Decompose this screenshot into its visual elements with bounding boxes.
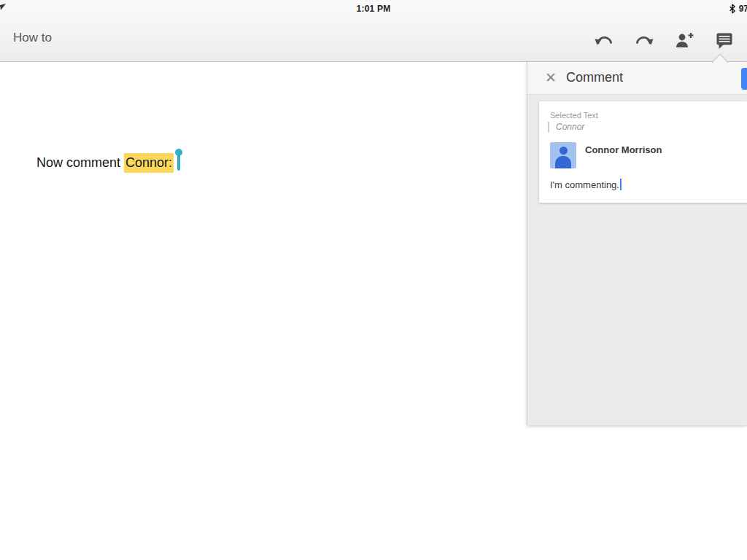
comment-input[interactable]: I'm commenting. <box>550 179 736 190</box>
close-icon[interactable]: ✕ <box>545 70 557 86</box>
author-name: Connor Morrison <box>585 144 662 155</box>
add-person-icon <box>674 32 694 48</box>
highlighted-text[interactable]: Connor: <box>124 153 174 173</box>
battery-percent: 97 <box>739 4 747 14</box>
author-row: Connor Morrison <box>550 142 736 168</box>
selected-text-value: Connor <box>548 122 736 133</box>
redo-icon <box>634 33 654 47</box>
comment-panel: ✕ Comment Selected Text Connor Connor Mo… <box>527 62 747 425</box>
comment-text: I'm commenting. <box>550 179 619 190</box>
comment-panel-header: ✕ Comment <box>527 62 747 95</box>
top-chrome: 1:01 PM 97 How to <box>0 0 747 62</box>
panel-pointer-caret <box>712 52 728 63</box>
undo-button[interactable] <box>595 31 614 50</box>
selected-text-label: Selected Text <box>550 111 736 120</box>
comment-button[interactable] <box>715 31 734 50</box>
status-bar: 1:01 PM 97 <box>0 0 747 18</box>
comment-card: Selected Text Connor Connor Morrison I'm… <box>539 101 747 203</box>
clock-time: 1:01 PM <box>0 4 747 14</box>
status-right-cluster: 97 <box>729 3 747 15</box>
comment-icon <box>716 31 733 49</box>
panel-title: Comment <box>566 70 623 85</box>
paragraph-text: Now comment <box>36 155 124 170</box>
document-paragraph[interactable]: Now comment Connor: <box>36 152 180 173</box>
document-title[interactable]: How to <box>13 31 52 45</box>
text-selection-handle[interactable] <box>177 152 180 171</box>
avatar <box>550 142 576 168</box>
bluetooth-icon <box>729 4 736 14</box>
add-person-button[interactable] <box>675 31 694 50</box>
redo-button[interactable] <box>635 31 654 50</box>
save-button[interactable] <box>741 68 747 90</box>
toolbar: How to <box>0 18 747 62</box>
text-cursor <box>620 179 622 190</box>
undo-icon <box>594 33 614 47</box>
